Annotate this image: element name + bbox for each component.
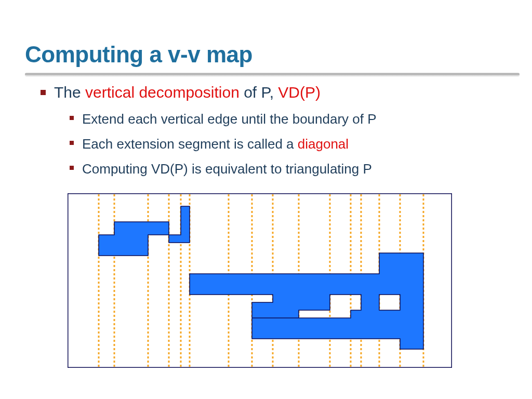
bullet-text-red: vertical decomposition	[85, 84, 240, 101]
vd-diagram	[68, 193, 452, 368]
bullet-text: Computing VD(P) is equivalent to triangu…	[82, 161, 372, 177]
bullet-text-red: diagonal	[298, 136, 349, 152]
slide: Computing a v-v map The vertical decompo…	[0, 0, 532, 399]
title-underline	[25, 73, 520, 76]
bullet-lvl1: The vertical decomposition of P, VD(P) E…	[41, 82, 511, 179]
slide-title: Computing a v-v map	[25, 42, 252, 68]
bullet-text: Extend each vertical edge until the boun…	[82, 111, 377, 127]
bullet-text: Each extension segment is called a	[82, 136, 298, 152]
bullet-lvl2: Each extension segment is called a diago…	[70, 134, 511, 154]
polygon-top	[99, 206, 190, 256]
slide-body: The vertical decomposition of P, VD(P) E…	[41, 82, 511, 183]
bullet-lvl2: Computing VD(P) is equivalent to triangu…	[70, 158, 511, 179]
polygon-bottom	[190, 253, 423, 349]
bullet-text-red: VD(P)	[278, 84, 321, 101]
bullet-text: of P,	[240, 84, 278, 101]
figure-vertical-decomposition	[68, 193, 452, 368]
bullet-text: The	[54, 84, 85, 101]
bullet-lvl2: Extend each vertical edge until the boun…	[70, 109, 511, 129]
